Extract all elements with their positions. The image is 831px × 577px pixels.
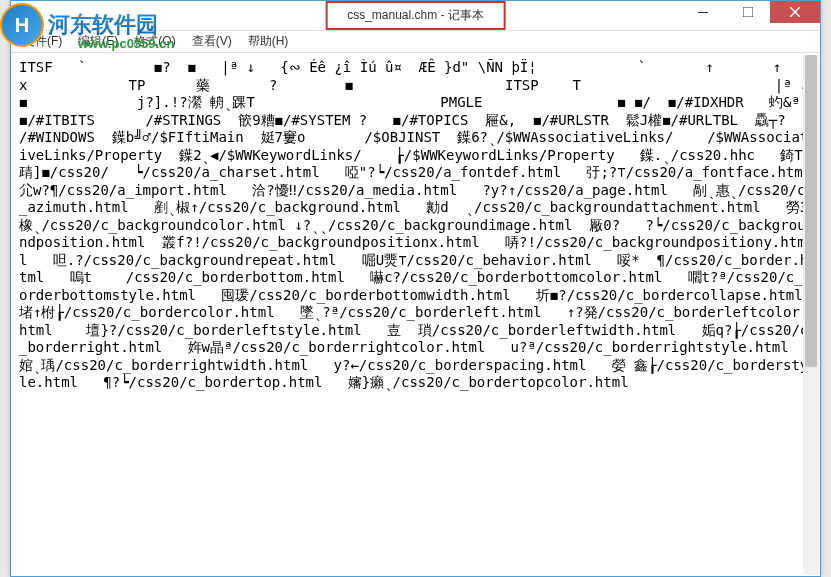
watermark-logo: H 河东软件园 www.pc0359.cn	[0, 0, 200, 50]
vertical-scrollbar[interactable]	[803, 55, 819, 575]
window-controls	[680, 1, 820, 23]
text-content[interactable]: ITSF ` ◼? ◼ |ª ↓ {∾ Éê ¿î Ìú û¤ ÆÊ }d" \…	[11, 53, 820, 574]
menu-help[interactable]: 帮助(H)	[240, 31, 297, 52]
minimize-button[interactable]	[680, 1, 725, 23]
window-title: css_manual.chm - 记事本	[325, 1, 506, 30]
logo-url: www.pc0359.cn	[78, 36, 174, 51]
logo-icon: H	[0, 3, 44, 47]
scroll-thumb[interactable]	[805, 55, 817, 367]
notepad-window: css_manual.chm - 记事本 文件(F) 编辑(E) 格式(O) 查…	[10, 0, 821, 577]
svg-rect-1	[743, 7, 753, 17]
maximize-button[interactable]	[725, 1, 770, 23]
svg-rect-0	[698, 12, 708, 13]
close-button[interactable]	[770, 1, 820, 23]
